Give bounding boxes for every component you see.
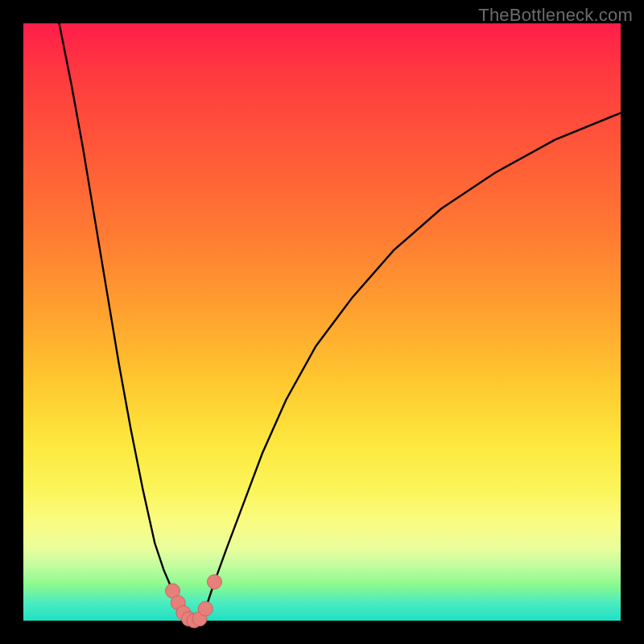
trough-marker bbox=[207, 575, 221, 589]
trough-marker bbox=[198, 601, 213, 616]
left-curve bbox=[60, 23, 189, 619]
right-curve bbox=[200, 113, 621, 618]
chart-frame: TheBottleneck.com bbox=[0, 0, 644, 644]
plot-area bbox=[23, 23, 621, 621]
trough-markers bbox=[166, 575, 222, 628]
curve-layer bbox=[23, 23, 621, 621]
